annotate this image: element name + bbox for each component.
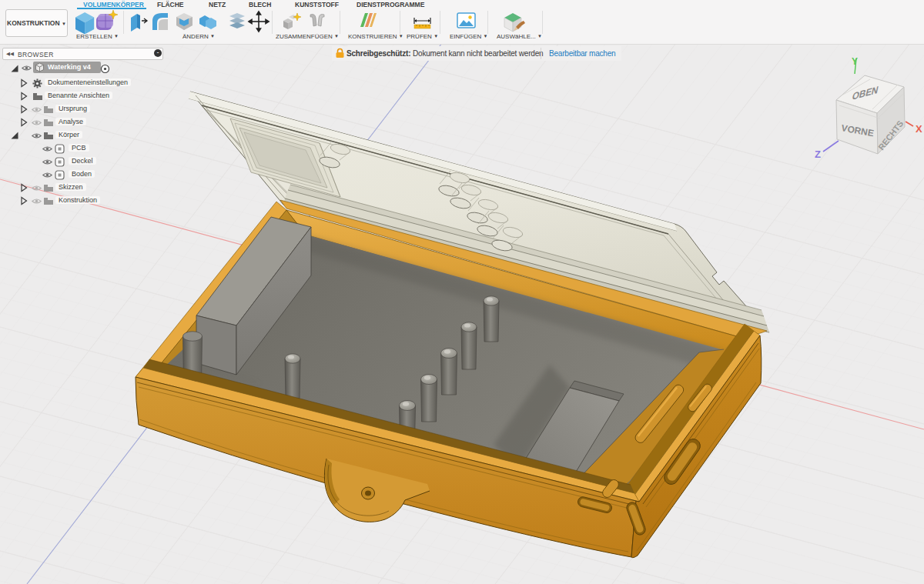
svg-text:Y: Y bbox=[852, 56, 858, 67]
svg-text:Z: Z bbox=[815, 149, 821, 160]
svg-text:X: X bbox=[916, 123, 922, 135]
